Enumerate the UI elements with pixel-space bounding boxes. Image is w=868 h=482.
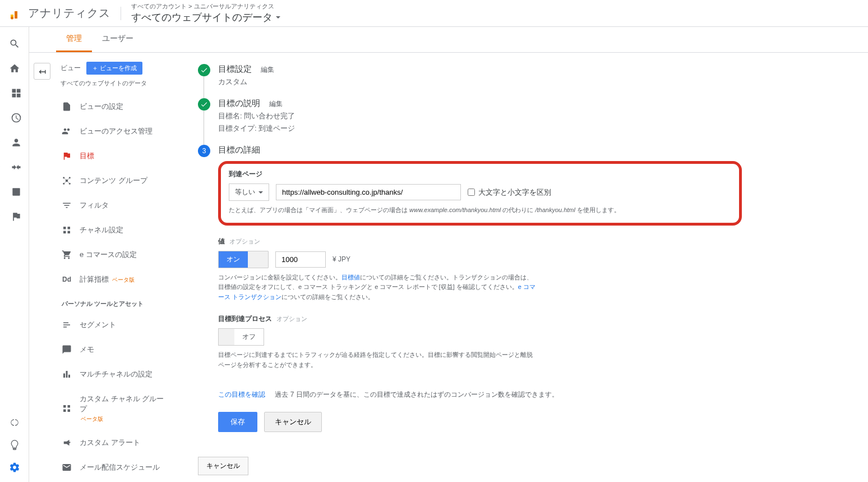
match-dropdown[interactable]: 等しい (229, 183, 269, 201)
sidebar-item-content-groups[interactable]: コンテンツ グループ (55, 168, 176, 193)
document-icon (62, 102, 72, 112)
svg-rect-23 (63, 405, 66, 408)
case-sensitive-checkbox[interactable]: 大文字と小文字を区別 (468, 187, 551, 198)
arrow-split-icon[interactable] (10, 160, 23, 174)
sidebar-item-memo[interactable]: メモ (55, 337, 176, 362)
channel-icon (62, 403, 72, 414)
breadcrumb-path: すべてのアカウント > ユニバーサルアナリティクス (131, 2, 280, 11)
discover-icon[interactable] (8, 438, 21, 452)
search-icon[interactable] (8, 37, 21, 51)
svg-rect-26 (68, 410, 71, 412)
flag-rail-icon[interactable] (10, 210, 23, 223)
svg-rect-3 (12, 89, 16, 93)
sidebar-item-label: メール配信スケジュール (80, 462, 160, 472)
home-icon[interactable] (8, 62, 21, 75)
value-optional: オプション (229, 237, 260, 246)
sidebar-item-label: カスタム チャネル グループベータ版 (80, 394, 169, 423)
step2-title: 目標の説明 (218, 98, 260, 109)
sidebar: ビュー ＋ ビューを作成 すべてのウェブサイトのデータ ビューの設定 ビューのア… (55, 53, 176, 482)
sidebar-item-label: セグメント (80, 320, 116, 330)
channel-icon (62, 225, 72, 235)
gear-icon[interactable] (8, 461, 21, 474)
email-icon (62, 462, 72, 472)
case-sensitive-input[interactable] (468, 189, 475, 196)
cancel-button[interactable]: キャンセル (264, 412, 322, 432)
caret-down-icon (276, 16, 280, 19)
sidebar-item-email-schedule[interactable]: メール配信スケジュール (55, 455, 176, 480)
destination-label: 到達ページ (229, 169, 731, 179)
funnel-toggle[interactable]: オフ (218, 328, 264, 346)
dashboard-icon[interactable] (10, 86, 23, 100)
sidebar-item-label: 目標 (80, 151, 94, 161)
sidebar-item-label: チャネル設定 (80, 225, 123, 235)
svg-rect-25 (63, 410, 66, 412)
tab-admin[interactable]: 管理 (56, 27, 92, 52)
verify-goal-link[interactable]: この目標を確認 (218, 391, 265, 398)
view-selector[interactable]: すべてのウェブサイトのデータ (55, 79, 176, 94)
svg-rect-5 (12, 94, 16, 98)
save-button[interactable]: 保存 (218, 412, 257, 432)
step1-edit-link[interactable]: 編集 (261, 65, 274, 75)
funnel-toggle-off: オフ (234, 329, 264, 345)
step2-edit-link[interactable]: 編集 (269, 99, 283, 109)
main-panel: 目標設定 編集 カスタム 目標の説明 編集 目 (176, 53, 764, 482)
sidebar-item-segments[interactable]: セグメント (55, 313, 176, 337)
back-button[interactable]: ↤ (34, 63, 50, 80)
tab-user[interactable]: ユーザー (92, 27, 144, 52)
step-badge-current: 3 (198, 145, 210, 157)
svg-rect-17 (63, 323, 68, 324)
sidebar-item-filters[interactable]: フィルタ (55, 193, 176, 218)
sidebar-item-view-settings[interactable]: ビューの設定 (55, 94, 176, 119)
svg-rect-6 (16, 94, 20, 98)
svg-rect-14 (68, 227, 71, 229)
segments-icon (62, 320, 72, 330)
step2-sub2: 目標タイプ: 到達ページ (218, 123, 742, 134)
hub-icon (62, 176, 72, 186)
value-currency: ¥ JPY (333, 255, 350, 263)
sidebar-item-calc-metrics[interactable]: Dd 計算指標 ベータ版 (55, 267, 176, 292)
page-icon[interactable] (10, 185, 23, 199)
funnel-optional: オプション (276, 315, 307, 323)
sidebar-item-channel[interactable]: チャネル設定 (55, 218, 176, 242)
svg-point-11 (63, 183, 64, 185)
megaphone-icon (62, 438, 72, 448)
tabs: 管理 ユーザー (29, 27, 868, 53)
verify-desc: 過去 7 日間のデータを基に、この目標で達成されたはずのコンバージョン数を確認で… (275, 391, 558, 398)
step2-sub1: 目標名: 問い合わせ完了 (218, 111, 742, 121)
clock-icon[interactable] (10, 111, 23, 125)
value-label: 値 (218, 237, 225, 246)
case-sensitive-label: 大文字と小文字を区別 (478, 187, 551, 198)
match-dropdown-value: 等しい (235, 187, 255, 197)
view-label: ビュー (61, 63, 81, 73)
sidebar-item-custom-channel[interactable]: カスタム チャネル グループベータ版 (55, 387, 176, 430)
destination-highlight-box: 到達ページ 等しい 大文字と小文字を区別 (218, 161, 742, 226)
chart-icon (62, 369, 72, 379)
value-amount-input[interactable] (275, 251, 326, 268)
create-view-label: ビューを作成 (100, 65, 137, 71)
product-name: アナリティクス (28, 6, 110, 21)
goal-value-link[interactable]: 目標値 (341, 274, 360, 281)
sidebar-item-ecommerce[interactable]: e コマースの設定 (55, 242, 176, 267)
attribution-icon[interactable] (8, 416, 21, 429)
cart-icon (62, 250, 72, 260)
funnel-label: 目標到達プロセス (218, 314, 272, 324)
breadcrumb-view: すべてのウェブサイトのデータ (131, 11, 280, 24)
sidebar-item-label: 計算指標 ベータ版 (80, 274, 135, 284)
svg-rect-20 (63, 374, 65, 378)
svg-rect-24 (68, 405, 71, 408)
sidebar-item-label: ビューのアクセス管理 (80, 126, 153, 136)
person-icon[interactable] (10, 136, 23, 149)
sidebar-item-access[interactable]: ビューのアクセス管理 (55, 119, 176, 144)
destination-url-input[interactable] (276, 184, 461, 200)
sidebar-item-goals[interactable]: 目標 (55, 144, 176, 168)
breadcrumb[interactable]: すべてのアカウント > ユニバーサルアナリティクス すべてのウェブサイトのデータ (131, 2, 280, 24)
breadcrumb-view-text: すべてのウェブサイトのデータ (131, 11, 273, 24)
create-view-button[interactable]: ＋ ビューを作成 (86, 62, 142, 75)
sidebar-item-custom-alerts[interactable]: カスタム アラート (55, 430, 176, 455)
value-toggle[interactable]: オン (218, 251, 269, 268)
sidebar-item-multichannel[interactable]: マルチチャネルの設定 (55, 362, 176, 387)
logo-block[interactable]: アナリティクス (9, 6, 110, 21)
svg-rect-15 (63, 231, 66, 234)
sidebar-item-label: e コマースの設定 (80, 250, 137, 260)
outer-cancel-button[interactable]: キャンセル (198, 457, 248, 475)
